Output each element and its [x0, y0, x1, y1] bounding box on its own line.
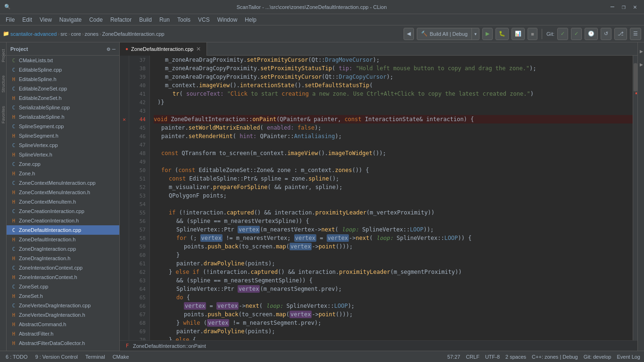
- git-branch[interactable]: Git: develop: [584, 354, 611, 360]
- structure-tab-label[interactable]: Structure: [0, 74, 6, 95]
- menu-help[interactable]: Help: [241, 16, 260, 24]
- list-item[interactable]: H ZoneDragInteraction.h: [7, 254, 119, 263]
- line-numbers: 37 38 39 40 41 42 43 44 45 46 47 48 49 5…: [129, 56, 150, 340]
- list-item[interactable]: C EditableZoneSet.cpp: [7, 84, 119, 93]
- git-revert[interactable]: ↺: [601, 28, 611, 40]
- build-dropdown[interactable]: ▾: [471, 28, 479, 40]
- list-item[interactable]: H AbstractFilter.h: [7, 329, 119, 338]
- menu-navigate[interactable]: Navigate: [56, 16, 85, 24]
- breadcrumb-core[interactable]: core: [71, 31, 81, 37]
- indent[interactable]: 2 spaces: [505, 354, 526, 360]
- git-checkmark2[interactable]: ✓: [571, 28, 582, 40]
- list-item[interactable]: H EditableSpline.h: [7, 74, 119, 84]
- right-tab-1[interactable]: ▶: [638, 47, 644, 56]
- minimize-button[interactable]: ─: [607, 2, 618, 12]
- maximize-button[interactable]: ❐: [619, 2, 629, 12]
- build-label[interactable]: 🔨 Build All | Debug: [417, 30, 471, 38]
- profile-button[interactable]: 📊: [512, 28, 525, 40]
- code-content[interactable]: m_zoneAreaDragProximity.setProximityCurs…: [150, 56, 633, 340]
- file-name-active: ZoneDefaultInteraction.cpp: [19, 227, 81, 233]
- git-checkmark1[interactable]: ✓: [557, 28, 568, 40]
- menu-edit[interactable]: Edit: [18, 16, 36, 24]
- git-clock[interactable]: 🕐: [585, 28, 598, 40]
- list-item[interactable]: H SplineVertex.h: [7, 150, 119, 159]
- cmake-tab[interactable]: CMake: [111, 353, 131, 361]
- line-ending[interactable]: CRLF: [466, 354, 479, 360]
- panel-gear-icon[interactable]: –: [112, 46, 116, 52]
- list-item[interactable]: C ZoneDragInteraction.cpp: [7, 244, 119, 254]
- list-item[interactable]: H AbstractFilterDataCollector.h: [7, 338, 119, 348]
- debug-button[interactable]: 🐛: [495, 28, 509, 40]
- list-item[interactable]: H ZoneVertexDragInteraction.h: [7, 310, 119, 320]
- list-item[interactable]: C CMakeLists.txt: [7, 56, 119, 65]
- list-item[interactable]: C SerializableSpline.cpp: [7, 103, 119, 112]
- stop-button[interactable]: ■: [528, 28, 537, 40]
- todo-tab[interactable]: 6 : TODO: [4, 353, 30, 361]
- list-item[interactable]: H Zone.h: [7, 169, 119, 178]
- language-debug[interactable]: C++: zones | Debug: [532, 354, 578, 360]
- list-item[interactable]: C ZoneCreationInteraction.cpp: [7, 206, 119, 216]
- panel-settings-icon[interactable]: ⚙: [107, 46, 110, 52]
- run-button[interactable]: ▶: [482, 28, 493, 40]
- menu-tools[interactable]: Tools: [173, 16, 194, 24]
- menu-vcs[interactable]: VCS: [194, 16, 214, 24]
- window-controls[interactable]: ─ ❐ ✕: [607, 2, 640, 12]
- git-menu[interactable]: ☰: [630, 28, 641, 40]
- right-tab-2[interactable]: ▶: [638, 60, 644, 69]
- list-item[interactable]: C EditableSpline.cpp: [7, 65, 119, 74]
- list-item[interactable]: C Zone.cpp: [7, 159, 119, 169]
- list-item[interactable]: H ZoneSet.h: [7, 291, 119, 301]
- tab-close-button[interactable]: ✕: [196, 46, 201, 52]
- list-item[interactable]: H EditableZoneSet.h: [7, 93, 119, 103]
- event-log[interactable]: Event Log: [617, 354, 640, 360]
- vcs-tab[interactable]: 9 : Version Control: [33, 353, 80, 361]
- list-item-active[interactable]: C ZoneDefaultInteraction.cpp: [7, 225, 119, 235]
- cpp-icon: C: [10, 302, 17, 309]
- list-item[interactable]: H SerializableSpline.h: [7, 112, 119, 122]
- cursor-position[interactable]: 57:27: [447, 354, 461, 360]
- list-item[interactable]: C ZoneInteractionContext.cpp: [7, 263, 119, 272]
- editor-scrollbar[interactable]: [633, 56, 637, 340]
- menu-refactor[interactable]: Refactor: [107, 16, 135, 24]
- project-tab-label[interactable]: Project: [0, 47, 6, 64]
- menu-view[interactable]: View: [36, 16, 56, 24]
- h-icon: H: [10, 132, 17, 139]
- tab-bar: ● ZoneDefaultInteraction.cpp ✕: [120, 42, 637, 56]
- breadcrumb-zones[interactable]: zones: [85, 31, 99, 37]
- menu-run[interactable]: Run: [156, 16, 173, 24]
- git-branch[interactable]: ⎇: [614, 28, 627, 40]
- active-tab[interactable]: ● ZoneDefaultInteraction.cpp ✕: [120, 42, 207, 56]
- menu-file[interactable]: File: [2, 16, 18, 24]
- file-name: EditableZoneSet.h: [19, 95, 62, 101]
- terminal-tab[interactable]: Terminal: [83, 353, 107, 361]
- list-item[interactable]: H ZoneInteractionContext.h: [7, 272, 119, 282]
- list-item[interactable]: C ZoneVertexDragInteraction.cpp: [7, 301, 119, 310]
- scrollbar-thumb[interactable]: [634, 63, 637, 91]
- breadcrumb-root[interactable]: scantailor-advanced: [10, 31, 57, 37]
- file-name: SerializableSpline.cpp: [19, 105, 70, 110]
- list-item[interactable]: H ZoneDefaultInteraction.h: [7, 235, 119, 244]
- back-button[interactable]: ◀: [404, 28, 414, 40]
- breadcrumb-file[interactable]: ZoneDefaultInteraction.cpp: [102, 31, 165, 37]
- list-item[interactable]: C ZoneSet.cpp: [7, 282, 119, 291]
- list-item[interactable]: C ZoneContextMenuInteraction.cpp: [7, 178, 119, 188]
- menu-window[interactable]: Window: [214, 16, 241, 24]
- list-item[interactable]: H ZoneContextMenuInteraction.h: [7, 188, 119, 197]
- list-item[interactable]: H ZoneContextMenuItem.h: [7, 197, 119, 206]
- encoding[interactable]: UTF-8: [485, 354, 500, 360]
- menu-code[interactable]: Code: [85, 16, 107, 24]
- favorites-tab-label[interactable]: Favorites: [0, 104, 6, 125]
- list-item[interactable]: C SplineSegment.cpp: [7, 122, 119, 131]
- line-num-37: 37: [129, 56, 149, 64]
- code-line-44: void ZoneDefaultInteraction::onPaint(QPa…: [154, 115, 633, 123]
- list-item[interactable]: C SplineVertex.cpp: [7, 140, 119, 150]
- list-item[interactable]: H ZoneCreationInteraction.h: [7, 216, 119, 225]
- list-item[interactable]: H AbstractCommand.h: [7, 320, 119, 329]
- menu-build[interactable]: Build: [135, 16, 156, 24]
- line-num-53: 53: [129, 191, 149, 200]
- close-button[interactable]: ✕: [630, 2, 640, 12]
- code-line-63: && (spline == m_nearestSegmentSpline)) {: [154, 276, 633, 285]
- build-all-button[interactable]: 🔨 Build All | Debug ▾: [417, 28, 479, 40]
- list-item[interactable]: H SplineSegment.h: [7, 131, 119, 140]
- breadcrumb-src[interactable]: src: [60, 31, 67, 37]
